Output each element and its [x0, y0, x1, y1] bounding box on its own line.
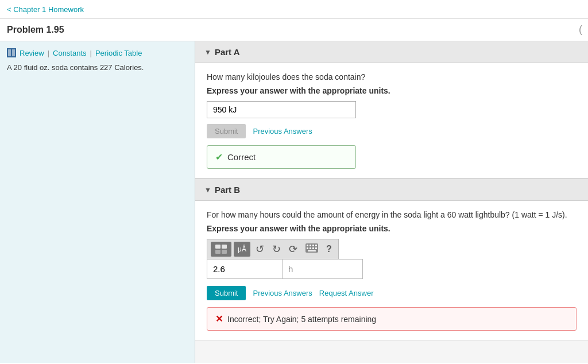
part-b-request-answer-link[interactable]: Request Answer	[319, 289, 374, 297]
svg-rect-3	[215, 245, 220, 249]
math-toolbar: μÅ ↺ ↻ ⟳	[207, 239, 339, 259]
incorrect-text: Incorrect; Try Again; 5 attempts remaini…	[227, 315, 376, 324]
svg-rect-14	[312, 247, 314, 249]
part-a-header[interactable]: ▼ Part A	[195, 41, 588, 63]
part-a-submit-row: Submit Previous Answers	[207, 124, 577, 138]
correct-text: Correct	[227, 152, 256, 162]
svg-rect-13	[310, 247, 311, 249]
svg-rect-11	[315, 245, 317, 246]
math-input-row	[207, 259, 363, 279]
part-a-express-label: Express your answer with the appropriate…	[207, 86, 577, 95]
part-b-previous-answers-link[interactable]: Previous Answers	[253, 289, 312, 297]
part-b-value-input[interactable]	[207, 260, 282, 278]
correct-badge: ✔ Correct	[207, 145, 356, 169]
svg-rect-15	[315, 247, 317, 249]
main-layout: Review | Constants | Periodic Table A 20…	[0, 41, 588, 363]
part-b-express-label: Express your answer with the appropriate…	[207, 224, 577, 233]
mu-button[interactable]: μÅ	[234, 242, 250, 257]
part-b-header[interactable]: ▼ Part B	[195, 179, 588, 201]
keyboard-button[interactable]	[303, 242, 321, 256]
x-icon: ✕	[215, 313, 223, 324]
svg-rect-8	[307, 245, 308, 246]
part-a-answer-input[interactable]	[207, 101, 356, 118]
breadcrumb: < Chapter 1 Homework	[0, 0, 588, 19]
sidebar-description: A 20 fluid oz. soda contains 227 Calorie…	[7, 63, 188, 72]
part-b-question: For how many hours could the amount of e…	[207, 210, 577, 219]
part-a-submit-button: Submit	[207, 124, 246, 138]
sep1: |	[48, 49, 49, 57]
svg-rect-6	[222, 250, 227, 254]
part-a-previous-answers-link[interactable]: Previous Answers	[253, 127, 312, 135]
check-icon: ✔	[215, 152, 223, 162]
part-b-section: ▼ Part B For how many hours could the am…	[195, 179, 588, 340]
svg-rect-2	[12, 49, 15, 56]
sidebar-links: Review | Constants | Periodic Table	[7, 48, 188, 57]
fraction-icon	[215, 243, 227, 255]
part-a-body: How many kilojoules does the soda contai…	[195, 63, 588, 178]
svg-rect-5	[215, 250, 220, 254]
problem-title: Problem 1.95	[0, 19, 588, 41]
periodic-table-link[interactable]: Periodic Table	[95, 49, 142, 57]
help-button[interactable]: ?	[323, 243, 335, 255]
part-b-arrow: ▼	[204, 186, 211, 194]
sep2: |	[90, 49, 92, 57]
part-a-arrow: ▼	[204, 48, 211, 56]
problem-header: Problem 1.95 (	[0, 19, 588, 41]
svg-rect-12	[307, 247, 308, 249]
part-a-question: How many kilojoules does the soda contai…	[207, 72, 577, 82]
svg-rect-4	[222, 245, 227, 249]
svg-rect-1	[8, 49, 11, 56]
review-link[interactable]: Review	[20, 49, 44, 57]
svg-rect-9	[310, 245, 311, 246]
fraction-button[interactable]	[211, 242, 231, 257]
part-b-label: Part B	[215, 185, 240, 195]
svg-rect-10	[312, 245, 314, 246]
part-a-label: Part A	[215, 47, 240, 57]
part-b-body: For how many hours could the amount of e…	[195, 201, 588, 340]
part-a-section: ▼ Part A How many kilojoules does the so…	[195, 41, 588, 179]
redo-button[interactable]: ↻	[269, 242, 284, 257]
incorrect-badge: ✕ Incorrect; Try Again; 5 attempts remai…	[207, 307, 577, 331]
expand-button[interactable]: (	[573, 19, 588, 40]
constants-link[interactable]: Constants	[53, 49, 87, 57]
undo-button[interactable]: ↺	[253, 242, 267, 257]
part-b-unit-input[interactable]	[282, 260, 362, 278]
svg-rect-16	[308, 250, 316, 251]
keyboard-icon	[305, 243, 318, 253]
book-icon	[7, 48, 16, 57]
part-b-submit-button[interactable]: Submit	[207, 286, 246, 300]
part-b-submit-row: Submit Previous Answers Request Answer	[207, 286, 577, 300]
breadcrumb-link[interactable]: < Chapter 1 Homework	[7, 5, 84, 14]
content-area: ▼ Part A How many kilojoules does the so…	[195, 41, 588, 363]
review-icon	[7, 48, 16, 57]
sidebar: Review | Constants | Periodic Table A 20…	[0, 41, 195, 363]
reset-button[interactable]: ⟳	[286, 242, 300, 257]
